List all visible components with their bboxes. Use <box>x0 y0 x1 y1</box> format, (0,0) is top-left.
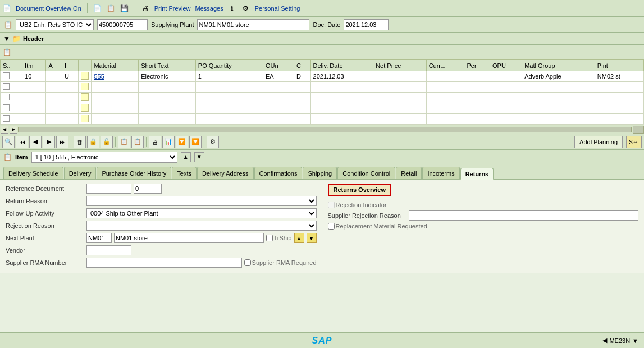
rejection-reason-select[interactable] <box>86 221 317 231</box>
tab-incoterms[interactable]: Incoterms <box>422 167 459 179</box>
next-btn[interactable]: ▶ <box>43 136 55 148</box>
new-doc-icon[interactable]: 📄 <box>93 4 102 13</box>
next-plant-nav-up[interactable]: ▲ <box>294 233 304 243</box>
scroll-track[interactable] <box>18 127 632 132</box>
col-matl-group: Matl Group <box>522 60 595 71</box>
item-down-btn[interactable]: ▼ <box>194 152 204 162</box>
tab-texts[interactable]: Texts <box>172 167 197 179</box>
follow-up-select[interactable]: 0004 Ship to Other Plant <box>86 208 317 218</box>
po-number-input[interactable] <box>97 19 148 30</box>
rejection-indicator-checkbox[interactable] <box>328 202 335 208</box>
table-row[interactable]: 10 U 555 Electronic 1 EA D 2021.12.03 Ad… <box>1 71 644 82</box>
print-preview-link[interactable]: Print Preview <box>154 5 191 12</box>
save-icon[interactable]: 💾 <box>120 4 129 13</box>
tab-po-history[interactable]: Purchase Order History <box>97 167 171 179</box>
settings-icon: ⚙ <box>241 4 250 13</box>
ref-doc-input[interactable] <box>86 184 131 194</box>
addl-planning-btn[interactable]: Addl Planning <box>574 136 623 148</box>
config-btn[interactable]: ⚙ <box>207 136 219 148</box>
return-reason-select[interactable] <box>86 196 317 206</box>
empty-checkbox-3[interactable] <box>3 104 10 111</box>
personal-setting-link[interactable]: Personal Setting <box>255 5 300 12</box>
returns-overview-row: Returns Overview <box>328 184 639 196</box>
chart-btn[interactable]: 📊 <box>162 136 175 148</box>
collapse-icon[interactable]: ▼ <box>3 35 10 43</box>
tab-delivery-address[interactable]: Delivery Address <box>197 167 254 179</box>
cell-per <box>464 71 490 82</box>
empty-flag-2[interactable] <box>81 93 89 101</box>
messages-link[interactable]: Messages <box>195 5 223 12</box>
next-plant-nav-down[interactable]: ▼ <box>307 233 317 243</box>
item-up-btn[interactable]: ▲ <box>181 152 191 162</box>
print-btn[interactable]: 🖨 <box>149 136 161 148</box>
supplier-rma-required-checkbox[interactable] <box>244 259 251 266</box>
table-row-empty-3 <box>1 103 644 114</box>
ref-doc-row: Reference Document <box>6 184 317 194</box>
supplying-plant-input[interactable] <box>197 19 309 30</box>
empty-flag-1[interactable] <box>81 83 89 90</box>
supplier-rma-row: Supplier RMA Number Supplier RMA Require… <box>6 258 317 268</box>
tab-delivery-schedule[interactable]: Delivery Schedule <box>3 167 63 179</box>
ref-doc-value-input[interactable] <box>134 184 162 194</box>
prev-btn[interactable]: ◀ <box>29 136 42 148</box>
first-btn[interactable]: ⏮ <box>16 136 28 148</box>
cell-i: U <box>62 71 79 82</box>
tab-condition-control[interactable]: Condition Control <box>337 167 395 179</box>
supplier-rma-input[interactable] <box>86 258 242 268</box>
last-btn[interactable]: ⏭ <box>56 136 68 148</box>
replacement-material-checkbox[interactable] <box>328 223 335 230</box>
lock-btn-1[interactable]: 🔒 <box>87 136 99 148</box>
scroll-left-arrow[interactable]: ◀ <box>1 126 8 134</box>
col-curr: Curr... <box>426 60 464 71</box>
doc-overview-link[interactable]: Document Overview On <box>16 5 81 12</box>
empty-checkbox-4[interactable] <box>3 115 10 122</box>
tab-retail[interactable]: Retail <box>396 167 422 179</box>
item-label: Item <box>15 154 28 161</box>
next-plant-code-input[interactable] <box>86 233 112 243</box>
table-toolbar: 🔍 ⏮ ◀ ▶ ⏭ 🗑 🔒 🔓 📋 📋 🖨 📊 🔽 🔽 ⚙ Addl Plann… <box>0 134 644 150</box>
copy-row-btn[interactable]: 📋 <box>118 136 130 148</box>
lock-btn-2[interactable]: 🔓 <box>101 136 113 148</box>
header-section-label: Header <box>23 35 44 42</box>
header-sub-icon: 📋 <box>2 48 11 57</box>
currency-btn[interactable]: $↔ <box>626 136 642 148</box>
cell-a <box>46 71 62 82</box>
tab-shipping[interactable]: Shipping <box>303 167 337 179</box>
org-select[interactable]: UB2 Enh. Rets STO IC <box>16 19 94 30</box>
empty-flag-3[interactable] <box>81 104 89 112</box>
empty-checkbox-1[interactable] <box>3 83 10 90</box>
col-net-price: Net Price <box>373 60 427 71</box>
empty-checkbox-2[interactable] <box>3 94 10 100</box>
paste-row-btn[interactable]: 📋 <box>131 136 144 148</box>
item-select[interactable]: 1 [ 10 ] 555 , Electronic <box>31 152 177 163</box>
next-plant-name-input[interactable] <box>114 233 264 243</box>
returns-overview-btn[interactable]: Returns Overview <box>328 184 392 196</box>
cell-material: 555 <box>92 71 139 82</box>
doc-date-label: Doc. Date <box>313 21 340 28</box>
row-checkbox[interactable] <box>3 72 10 79</box>
toolbar-sep-1 <box>87 3 88 13</box>
vendor-input[interactable] <box>86 245 131 255</box>
supplier-rejection-reason-input[interactable] <box>409 210 639 221</box>
sort-btn[interactable]: 🔽 <box>189 136 202 148</box>
row-flag-btn[interactable] <box>81 72 89 80</box>
tab-confirmations[interactable]: Confirmations <box>254 167 303 179</box>
filter-btn[interactable]: 🔽 <box>176 136 188 148</box>
cell-plnt: NM02 st <box>595 71 643 82</box>
table-scroll-row: ◀ ▶ <box>0 125 644 134</box>
cell-curr <box>426 71 464 82</box>
po-icon: 📋 <box>3 20 12 29</box>
tab-delivery[interactable]: Delivery <box>64 167 97 179</box>
vendor-row: Vendor <box>6 245 317 255</box>
delete-btn[interactable]: 🗑 <box>74 136 86 148</box>
tab-returns[interactable]: Returns <box>460 168 494 180</box>
search-btn[interactable]: 🔍 <box>2 136 15 148</box>
trship-checkbox[interactable] <box>266 235 273 241</box>
col-opu: OPU <box>490 60 522 71</box>
item-row: 📋 Item 1 [ 10 ] 555 , Electronic ▲ ▼ <box>0 150 644 164</box>
tb-sep-2 <box>115 137 116 147</box>
doc-date-input[interactable] <box>344 19 389 30</box>
copy-icon[interactable]: 📋 <box>107 4 116 13</box>
empty-flag-4[interactable] <box>81 115 89 122</box>
scroll-right-arrow[interactable]: ▶ <box>10 126 17 134</box>
